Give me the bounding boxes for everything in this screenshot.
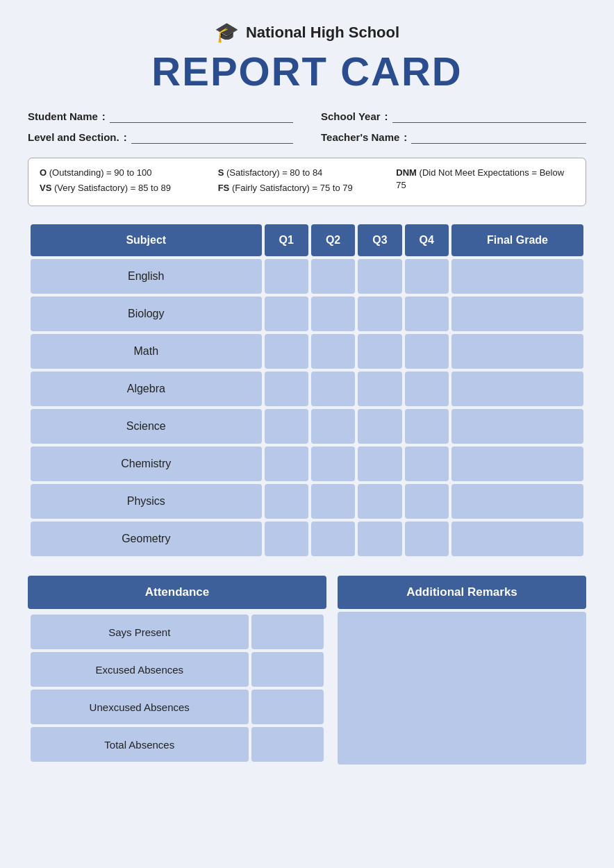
q2-cell-3 — [311, 372, 355, 406]
report-card-title: REPORT CARD — [28, 49, 586, 94]
q4-header: Q4 — [405, 224, 449, 256]
student-info-section: Student Name : School Year : Level and S… — [28, 110, 586, 144]
student-name-line — [110, 110, 293, 123]
teacher-name-colon: : — [404, 131, 407, 143]
final-grade-header: Final Grade — [451, 224, 583, 256]
legend-col-3: DNM (Did Not Meet Expectations = Below 7… — [396, 167, 574, 197]
q1-cell-5 — [265, 446, 308, 481]
table-row: Biology — [31, 297, 583, 331]
attendance-value-0 — [251, 615, 324, 649]
q2-cell-2 — [311, 334, 355, 369]
level-section-field: Level and Section. : — [28, 131, 293, 144]
q4-cell-2 — [405, 334, 449, 369]
q4-cell-1 — [405, 297, 449, 331]
legend-o-desc: (Outstanding) = 90 to 100 — [49, 167, 152, 178]
remarks-box — [338, 612, 586, 765]
school-name: National High School — [246, 24, 399, 42]
grades-header-row: Subject Q1 Q2 Q3 Q4 Final Grade — [31, 224, 583, 256]
attendance-row: Unexcused Absences — [31, 690, 324, 724]
subject-cell-3: Algebra — [31, 372, 262, 406]
q4-cell-5 — [405, 446, 449, 481]
q1-cell-0 — [265, 259, 308, 294]
subject-cell-0: English — [31, 259, 262, 294]
table-row: Physics — [31, 484, 583, 519]
q4-cell-4 — [405, 409, 449, 444]
attendance-value-3 — [251, 727, 324, 762]
info-row-2: Level and Section. : Teacher's Name : — [28, 131, 586, 144]
student-name-colon: : — [102, 110, 106, 122]
q1-cell-2 — [265, 334, 308, 369]
attendance-row: Says Present — [31, 615, 324, 649]
legend-s: S (Satisfactory) = 80 to 84 — [218, 167, 397, 179]
table-row: Chemistry — [31, 446, 583, 481]
subject-header: Subject — [31, 224, 262, 256]
q4-cell-0 — [405, 259, 449, 294]
table-row: Geometry — [31, 521, 583, 556]
table-row: English — [31, 259, 583, 294]
q3-cell-3 — [358, 372, 401, 406]
q2-cell-0 — [311, 259, 355, 294]
bottom-section: Attendance Says Present Excused Absences… — [28, 576, 586, 765]
q3-cell-7 — [358, 521, 401, 556]
legend-s-desc: (Satisfactory) = 80 to 84 — [226, 167, 322, 178]
school-year-label: School Year — [321, 110, 381, 122]
q1-cell-1 — [265, 297, 308, 331]
q3-cell-2 — [358, 334, 401, 369]
attendance-label-1: Excused Absences — [31, 652, 249, 687]
school-year-line — [392, 110, 586, 123]
q4-cell-3 — [405, 372, 449, 406]
grades-table: Subject Q1 Q2 Q3 Q4 Final Grade English … — [28, 222, 586, 559]
q1-cell-7 — [265, 521, 308, 556]
graduation-icon: 🎓 — [215, 21, 239, 44]
final-cell-5 — [451, 446, 583, 481]
q3-cell-0 — [358, 259, 401, 294]
level-section-line — [131, 131, 293, 144]
legend-dnm-label: DNM — [396, 167, 417, 178]
attendance-row: Excused Absences — [31, 652, 324, 687]
subject-cell-6: Physics — [31, 484, 262, 519]
q1-cell-4 — [265, 409, 308, 444]
q2-cell-6 — [311, 484, 355, 519]
q4-cell-7 — [405, 521, 449, 556]
level-section-label: Level and Section. — [28, 131, 119, 143]
q3-cell-5 — [358, 446, 401, 481]
legend-col-1: O (Outstanding) = 90 to 100 VS (Very Sat… — [40, 167, 218, 197]
final-cell-6 — [451, 484, 583, 519]
q1-cell-3 — [265, 372, 308, 406]
legend-col-2: S (Satisfactory) = 80 to 84 FS (Fairly S… — [218, 167, 397, 197]
final-cell-0 — [451, 259, 583, 294]
q4-cell-6 — [405, 484, 449, 519]
remarks-section: Additional Remarks — [338, 576, 586, 765]
remarks-header: Additional Remarks — [338, 576, 586, 609]
legend-vs: VS (Very Satisfactory) = 85 to 89 — [40, 182, 218, 194]
legend-vs-desc: (Very Satisfactory) = 85 to 89 — [54, 183, 171, 193]
final-cell-1 — [451, 297, 583, 331]
legend-o: O (Outstanding) = 90 to 100 — [40, 167, 218, 179]
attendance-section: Attendance Says Present Excused Absences… — [28, 576, 326, 765]
final-cell-4 — [451, 409, 583, 444]
q2-cell-7 — [311, 521, 355, 556]
subject-cell-1: Biology — [31, 297, 262, 331]
page-header: 🎓 National High School REPORT CARD — [28, 21, 586, 94]
attendance-label-0: Says Present — [31, 615, 249, 649]
subject-cell-7: Geometry — [31, 521, 262, 556]
q3-cell-1 — [358, 297, 401, 331]
legend-dnm: DNM (Did Not Meet Expectations = Below 7… — [396, 167, 574, 192]
subject-cell-5: Chemistry — [31, 446, 262, 481]
level-section-colon: : — [124, 131, 127, 143]
school-year-field: School Year : — [321, 110, 586, 123]
student-name-field: Student Name : — [28, 110, 293, 123]
attendance-label-2: Unexcused Absences — [31, 690, 249, 724]
q2-cell-5 — [311, 446, 355, 481]
q3-header: Q3 — [358, 224, 401, 256]
legend-dnm-desc: (Did Not Meet Expectations = Below 75 — [396, 167, 564, 190]
legend-fs: FS (Fairly Satisfactory) = 75 to 79 — [218, 182, 397, 194]
attendance-label-3: Total Absences — [31, 727, 249, 762]
teacher-name-field: Teacher's Name : — [321, 131, 586, 144]
table-row: Science — [31, 409, 583, 444]
subject-cell-2: Math — [31, 334, 262, 369]
q2-header: Q2 — [311, 224, 355, 256]
final-cell-3 — [451, 372, 583, 406]
school-name-row: 🎓 National High School — [28, 21, 586, 44]
q2-cell-4 — [311, 409, 355, 444]
